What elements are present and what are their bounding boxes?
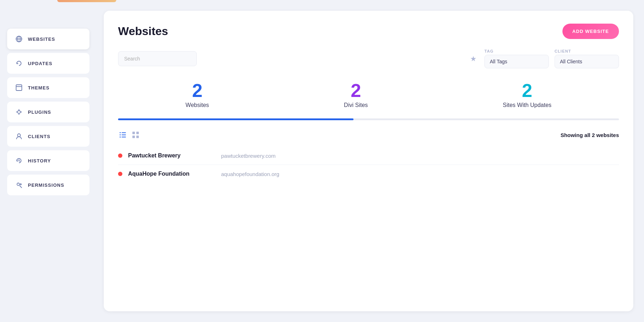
svg-rect-18 [132, 136, 135, 138]
updates-icon [15, 59, 23, 67]
svg-rect-16 [132, 132, 135, 134]
svg-rect-19 [136, 136, 139, 138]
client-filter-label: CLIENT [555, 49, 619, 53]
tag-filter-group: TAG All Tags [484, 49, 549, 68]
svg-rect-10 [119, 132, 121, 133]
websites-icon [15, 35, 23, 43]
stats-row: 2Websites2Divi Sites2Sites With Updates [118, 81, 619, 118]
stat-number: 2 [192, 81, 203, 100]
add-website-button[interactable]: ADD WEBSITE [562, 24, 619, 39]
progress-bar-container [118, 118, 619, 120]
stat-divi-sites: 2Divi Sites [344, 81, 368, 108]
page-title: Websites [118, 25, 168, 38]
stat-number: 2 [522, 81, 532, 100]
list-view-button[interactable] [118, 130, 127, 140]
stat-label: Websites [186, 102, 209, 108]
stat-number: 2 [351, 81, 361, 100]
status-dot-icon [118, 172, 122, 176]
svg-rect-15 [122, 137, 126, 137]
sidebar-item-label-updates: UPDATES [28, 61, 52, 66]
sidebar-item-clients[interactable]: CLIENTS [7, 126, 89, 147]
website-name: AquaHope Foundation [128, 171, 207, 177]
sidebar-item-label-websites: WEBSITES [28, 36, 55, 42]
view-toggle-group [118, 130, 140, 140]
status-dot-icon [118, 153, 122, 158]
svg-rect-14 [119, 137, 121, 137]
sidebar-item-label-themes: THEMES [28, 85, 49, 91]
sidebar-item-label-plugins: PLUGINS [28, 109, 51, 115]
svg-rect-11 [122, 132, 126, 133]
history-icon [15, 157, 23, 165]
sidebar: WEBSITESUPDATESTHEMESPLUGINSCLIENTSHISTO… [0, 0, 97, 322]
grid-view-button[interactable] [131, 130, 140, 140]
table-row[interactable]: AquaHope Foundationaquahopefoundation.or… [118, 165, 619, 183]
clients-icon [15, 132, 23, 140]
list-controls: Showing all 2 websites [118, 130, 619, 140]
stat-label: Sites With Updates [503, 102, 551, 108]
favorites-star-icon[interactable]: ★ [470, 54, 477, 63]
search-input[interactable] [118, 51, 197, 66]
page-header: Websites ADD WEBSITE [118, 24, 619, 39]
sidebar-item-label-permissions: PERMISSIONS [28, 182, 64, 188]
svg-rect-17 [136, 132, 139, 134]
client-filter-group: CLIENT All Clients [555, 49, 619, 68]
svg-point-5 [18, 111, 20, 113]
website-name: Pawtucket Brewery [128, 152, 207, 159]
website-list: Pawtucket Brewerypawtucketbrewery.comAqu… [118, 147, 619, 183]
client-filter-select[interactable]: All Clients [555, 55, 619, 68]
content-card: Websites ADD WEBSITE ★ TAG All Tags CLIE… [104, 11, 633, 311]
sidebar-item-plugins[interactable]: PLUGINS [7, 102, 89, 122]
sidebar-item-history[interactable]: HISTORY [7, 150, 89, 171]
sidebar-item-themes[interactable]: THEMES [7, 77, 89, 98]
showing-label: Showing all 2 websites [561, 132, 619, 138]
sidebar-item-permissions[interactable]: PERMISSIONS [7, 175, 89, 195]
filter-row: ★ TAG All Tags CLIENT All Clients [118, 49, 619, 68]
table-row[interactable]: Pawtucket Brewerypawtucketbrewery.com [118, 147, 619, 165]
sidebar-item-updates[interactable]: UPDATES [7, 53, 89, 74]
themes-icon [15, 84, 23, 92]
svg-point-7 [17, 183, 20, 186]
sidebar-item-label-clients: CLIENTS [28, 134, 50, 139]
svg-rect-12 [119, 135, 121, 135]
website-url: pawtucketbrewery.com [221, 153, 275, 159]
tag-filter-select[interactable]: All Tags [484, 55, 549, 68]
main-content: Websites ADD WEBSITE ★ TAG All Tags CLIE… [97, 0, 644, 322]
stat-websites: 2Websites [186, 81, 209, 108]
stat-label: Divi Sites [344, 102, 368, 108]
tag-filter-label: TAG [484, 49, 549, 53]
sidebar-item-websites[interactable]: WEBSITES [7, 29, 89, 49]
sidebar-item-label-history: HISTORY [28, 158, 51, 164]
plugins-icon [15, 108, 23, 116]
svg-point-6 [18, 134, 20, 137]
svg-rect-3 [16, 85, 22, 91]
permissions-icon [15, 181, 23, 189]
progress-bar-fill [118, 118, 353, 120]
stat-sites-with-updates: 2Sites With Updates [503, 81, 551, 108]
website-url: aquahopefoundation.org [221, 171, 279, 177]
svg-rect-13 [122, 135, 126, 135]
